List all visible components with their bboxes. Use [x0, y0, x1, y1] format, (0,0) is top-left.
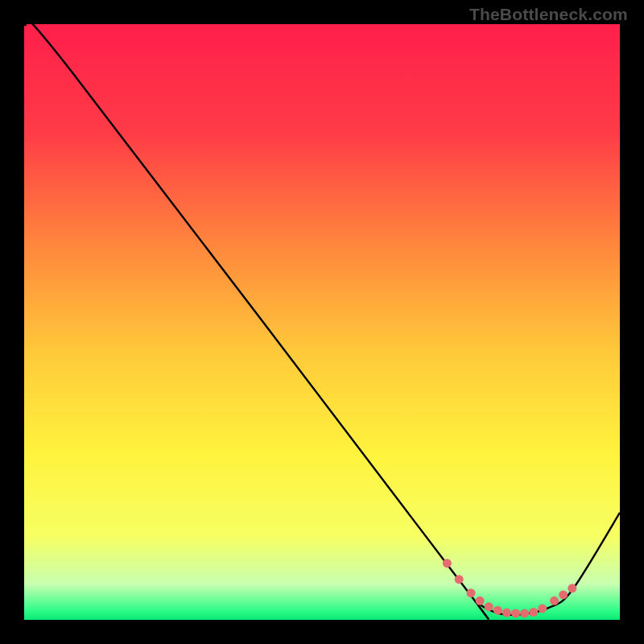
chart-stage: TheBottleneck.com — [0, 0, 644, 644]
marker-dot — [550, 597, 559, 605]
marker-dot — [511, 609, 520, 617]
marker-dot — [502, 609, 511, 617]
marker-dot — [568, 584, 576, 592]
marker-dot — [467, 588, 476, 597]
marker-dot — [485, 602, 493, 611]
marker-dot — [529, 608, 538, 617]
marker-dot — [520, 609, 529, 617]
marker-dot — [476, 597, 485, 605]
marker-dot — [538, 604, 547, 613]
watermark-text: TheBottleneck.com — [469, 5, 628, 24]
chart-svg — [24, 24, 620, 620]
plot-area — [24, 24, 620, 620]
marker-dot — [493, 606, 502, 615]
gradient-background — [24, 24, 620, 620]
marker-dot — [443, 559, 452, 568]
marker-dot — [559, 590, 568, 599]
marker-dot — [455, 575, 464, 584]
